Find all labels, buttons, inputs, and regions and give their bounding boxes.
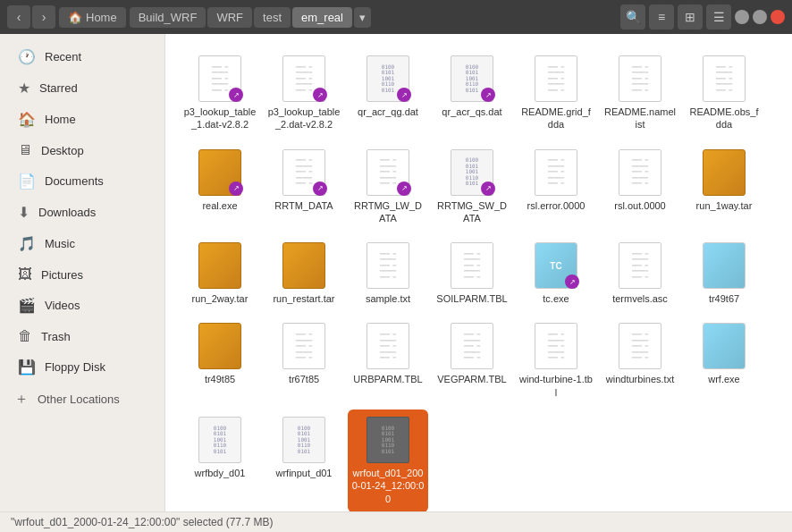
sidebar-item-trash[interactable]: 🗑 Trash xyxy=(4,321,161,351)
shortcut-badge: ↗ xyxy=(229,88,243,102)
file-item[interactable]: ─── ───────── ───────── ─termvels.asc xyxy=(600,235,680,312)
file-item[interactable]: tr49t67 xyxy=(684,235,764,312)
pictures-icon: 🖼 xyxy=(18,266,32,283)
file-item[interactable]: ─── ───────── ───────── ─windturbines.tx… xyxy=(600,316,680,406)
grid-view-button[interactable]: ⊞ xyxy=(678,4,703,30)
file-item[interactable]: ─── ───────── ───────── ─rsl.error.0000 xyxy=(516,142,596,232)
file-item[interactable]: ─── ───────── ───────── ─↗RRTMG_LW_DATA xyxy=(348,142,428,232)
breadcrumb-em-real[interactable]: em_real xyxy=(292,7,352,28)
file-item[interactable]: 01000101100101100101↗RRTMG_SW_DATA xyxy=(432,142,512,232)
back-button[interactable]: ‹ xyxy=(7,5,30,29)
menu-button[interactable]: ☰ xyxy=(706,4,731,30)
file-name: real.exe xyxy=(202,199,237,212)
file-item[interactable]: ─── ───────── ───────── ─↗p3_lookup_tabl… xyxy=(264,48,344,139)
sidebar-label-videos: Videos xyxy=(45,299,80,312)
file-thumb: 01000101100101100101 xyxy=(365,417,411,463)
file-item[interactable]: ─── ───────── ───────── ─README.obs_fdda xyxy=(684,48,764,139)
file-area[interactable]: ─── ───────── ───────── ─↗p3_lookup_tabl… xyxy=(165,34,792,511)
sidebar-item-recent[interactable]: 🕐 Recent xyxy=(4,41,161,72)
close-button[interactable] xyxy=(771,10,785,24)
file-name: RRTM_DATA xyxy=(274,199,333,212)
file-thumb: ─── ───────── ───────── ─ xyxy=(365,323,411,369)
sidebar-item-floppy[interactable]: 💾 Floppy Disk xyxy=(4,351,161,383)
file-item[interactable]: run_2way.tar xyxy=(180,235,260,312)
sidebar-item-music[interactable]: 🎵 Music xyxy=(4,228,161,259)
sidebar-label-pictures: Pictures xyxy=(41,268,83,282)
breadcrumb-build-wrf[interactable]: Build_WRF xyxy=(130,7,206,28)
file-item[interactable]: ─── ───────── ───────── ─URBPARM.TBL xyxy=(348,316,428,406)
file-item[interactable]: ─── ───────── ───────── ─SOILPARM.TBL xyxy=(432,235,512,312)
file-item[interactable]: 01000101100101100101wrfout_d01_2000-01-2… xyxy=(348,410,428,511)
file-thumb: 01000101100101100101↗ xyxy=(449,149,495,196)
sidebar-item-desktop[interactable]: 🖥 Desktop xyxy=(4,135,161,165)
statusbar: "wrfout_d01_2000-01-24_12:00:00" selecte… xyxy=(0,511,792,532)
file-name: run_1way.tar xyxy=(696,199,753,212)
file-name: wrfout_d01_2000-01-24_12:00:00 xyxy=(351,467,425,505)
file-item[interactable]: run_restart.tar xyxy=(264,235,344,312)
main-layout: 🕐 Recent ★ Starred 🏠 Home 🖥 Desktop 📄 Do… xyxy=(0,34,792,511)
list-view-button[interactable]: ≡ xyxy=(649,4,674,30)
file-item[interactable]: ─── ───────── ───────── ─README.namelist xyxy=(600,48,680,139)
file-name: run_restart.tar xyxy=(273,292,334,305)
file-item[interactable]: ─── ───────── ───────── ─VEGPARM.TBL xyxy=(432,316,512,406)
file-item[interactable]: ─── ───────── ───────── ─↗p3_lookup_tabl… xyxy=(180,48,260,139)
file-thumb xyxy=(197,242,243,289)
file-item[interactable]: ─── ───────── ───────── ─rsl.out.0000 xyxy=(600,142,680,232)
file-thumb xyxy=(701,242,747,289)
maximize-button[interactable] xyxy=(753,10,767,24)
file-item[interactable]: 01000101100101100101↗qr_acr_qs.dat xyxy=(432,48,512,139)
sidebar-item-documents[interactable]: 📄 Documents xyxy=(4,165,161,197)
file-name: wrf.exe xyxy=(708,373,739,385)
file-name: rsl.error.0000 xyxy=(527,199,586,212)
file-item[interactable]: ─── ───────── ───────── ─sample.txt xyxy=(348,235,428,312)
file-name: README.obs_fdda xyxy=(687,106,761,131)
file-name: qr_acr_qs.dat xyxy=(442,106,501,118)
file-item[interactable]: TC↗tc.exe xyxy=(516,235,596,312)
breadcrumb-test[interactable]: test xyxy=(254,7,291,28)
desktop-icon: 🖥 xyxy=(18,142,32,158)
breadcrumb-expand[interactable]: ▾ xyxy=(354,7,371,28)
file-thumb: ─── ───────── ───────── ─ xyxy=(617,55,663,102)
file-name: URBPARM.TBL xyxy=(353,373,422,385)
file-thumb: ─── ───────── ───────── ─↗ xyxy=(281,55,327,102)
sidebar-label-recent: Recent xyxy=(45,50,81,63)
other-icon: ＋ xyxy=(14,390,29,409)
home-label: Home xyxy=(86,11,117,24)
breadcrumb-wrf[interactable]: WRF xyxy=(207,7,252,28)
sidebar-label-other: Other Locations xyxy=(38,393,120,406)
file-item[interactable]: 01000101100101100101↗qr_acr_qg.dat xyxy=(348,48,428,139)
sidebar-item-starred[interactable]: ★ Starred xyxy=(4,72,161,104)
file-item[interactable]: ─── ───────── ───────── ─wind-turbine-1.… xyxy=(516,316,596,406)
file-item[interactable]: ↗real.exe xyxy=(180,142,260,232)
file-item[interactable]: ─── ───────── ───────── ─README.grid_fdd… xyxy=(516,48,596,139)
file-thumb: ─── ───────── ───────── ─ xyxy=(449,242,495,289)
file-name: tc.exe xyxy=(543,292,569,305)
sidebar-item-home[interactable]: 🏠 Home xyxy=(4,104,161,135)
sidebar-item-pictures[interactable]: 🖼 Pictures xyxy=(4,259,161,290)
home-button[interactable]: 🏠 Home xyxy=(59,7,126,28)
file-item[interactable]: ─── ───────── ───────── ─tr67t85 xyxy=(264,316,344,406)
file-item[interactable]: wrf.exe xyxy=(684,316,764,406)
minimize-button[interactable] xyxy=(735,10,749,24)
file-item[interactable]: ─── ───────── ───────── ─↗RRTM_DATA xyxy=(264,142,344,232)
sidebar-item-downloads[interactable]: ⬇ Downloads xyxy=(4,197,161,228)
file-name: RRTMG_SW_DATA xyxy=(435,199,509,225)
file-thumb: 01000101100101100101 xyxy=(281,417,327,463)
nav-buttons: ‹ › xyxy=(7,5,55,29)
trash-icon: 🗑 xyxy=(18,328,32,344)
file-item[interactable]: 01000101100101100101wrfbdy_d01 xyxy=(180,410,260,511)
forward-button[interactable]: › xyxy=(32,5,55,29)
file-item[interactable]: 01000101100101100101wrfinput_d01 xyxy=(264,410,344,511)
sidebar-item-other[interactable]: ＋ Other Locations xyxy=(0,383,164,416)
file-item[interactable]: run_1way.tar xyxy=(684,142,764,232)
file-name: SOILPARM.TBL xyxy=(436,292,507,305)
file-thumb: 01000101100101100101↗ xyxy=(365,55,411,102)
search-button[interactable]: 🔍 xyxy=(620,4,645,30)
sidebar: 🕐 Recent ★ Starred 🏠 Home 🖥 Desktop 📄 Do… xyxy=(0,34,165,511)
titlebar: ‹ › 🏠 Home Build_WRF WRF test em_real ▾ … xyxy=(0,0,792,34)
shortcut-badge: ↗ xyxy=(313,182,327,196)
sidebar-label-trash: Trash xyxy=(41,330,71,343)
shortcut-badge: ↗ xyxy=(397,88,411,102)
file-item[interactable]: tr49t85 xyxy=(180,316,260,406)
sidebar-item-videos[interactable]: 🎬 Videos xyxy=(4,290,161,321)
